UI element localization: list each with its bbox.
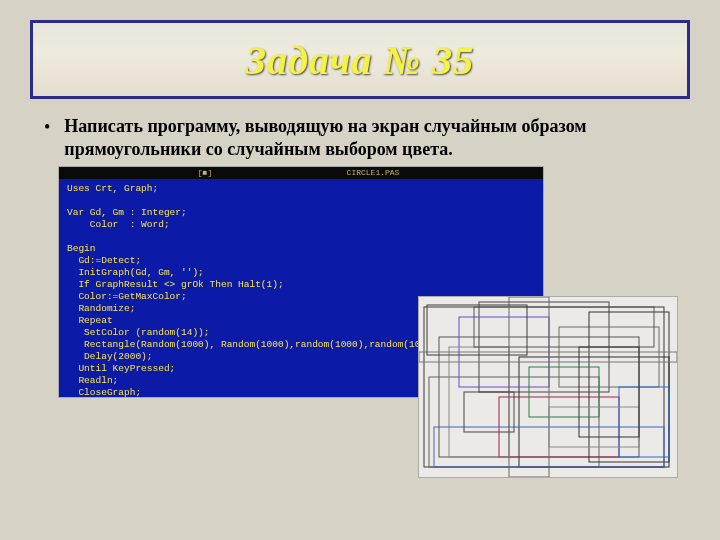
task-row: • Написать программу, выводящую на экран…	[44, 115, 680, 160]
editor-titlebar: [■] CIRCLE1.PAS	[59, 167, 543, 179]
title-box: Задача № 35	[30, 20, 690, 99]
bullet-char: •	[44, 117, 50, 138]
content-area: [■] CIRCLE1.PAS Uses Crt, Graph; Var Gd,…	[58, 166, 678, 476]
slide-title: Задача № 35	[246, 38, 474, 83]
output-image	[418, 296, 678, 478]
task-text: Написать программу, выводящую на экран с…	[64, 115, 664, 160]
rectangles-svg	[419, 297, 677, 477]
